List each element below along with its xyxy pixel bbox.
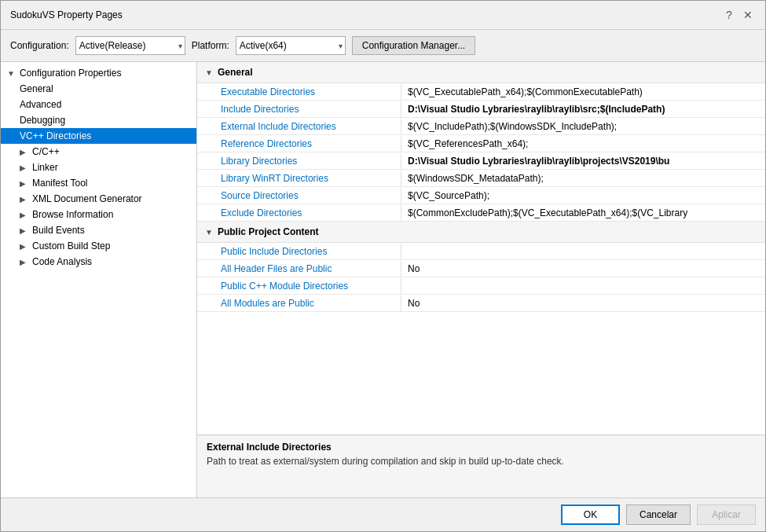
- config-manager-button[interactable]: Configuration Manager...: [352, 36, 475, 55]
- prop-value: No: [401, 261, 765, 277]
- section-general-header[interactable]: ▼ General: [197, 62, 765, 83]
- sidebar-item-label: General: [20, 83, 53, 94]
- info-text: Path to treat as external/system during …: [207, 456, 756, 467]
- prop-source-dirs[interactable]: Source Directories $(VC_SourcePath);: [197, 187, 765, 204]
- info-title: External Include Directories: [207, 442, 756, 453]
- prop-name: Include Directories: [197, 101, 401, 117]
- sidebar-item-build-events[interactable]: ▶ Build Events: [1, 222, 196, 238]
- prop-name: Public C++ Module Directories: [197, 278, 401, 294]
- prop-public-cxx-module-dirs[interactable]: Public C++ Module Directories: [197, 277, 765, 295]
- section-public-title: Public Project Content: [218, 226, 319, 237]
- expand-icon: ▶: [20, 179, 29, 188]
- sidebar-item-vcpp-dirs[interactable]: VC++ Directories: [1, 128, 196, 144]
- sidebar-item-advanced[interactable]: Advanced: [1, 97, 196, 112]
- sidebar-item-label: Debugging: [20, 115, 65, 126]
- section-toggle-icon: ▼: [205, 228, 213, 237]
- prop-name: Reference Directories: [197, 136, 401, 152]
- prop-name: Public Include Directories: [197, 244, 401, 259]
- property-pages-dialog: SudokuVS Property Pages ? ✕ Configuratio…: [0, 0, 766, 532]
- expand-icon: ▶: [20, 148, 29, 156]
- prop-value: $(VC_IncludePath);$(WindowsSDK_IncludePa…: [401, 119, 765, 134]
- sidebar-item-general[interactable]: General: [1, 81, 196, 97]
- prop-name: Library Directories: [197, 153, 401, 169]
- section-public-header[interactable]: ▼ Public Project Content: [197, 222, 765, 243]
- prop-name: Executable Directories: [197, 84, 401, 100]
- main-content: ▼ Configuration Properties General Advan…: [1, 61, 765, 497]
- sidebar-item-label: Code Analysis: [32, 256, 92, 267]
- sidebar-item-xml-doc[interactable]: ▶ XML Document Generator: [1, 191, 196, 207]
- prop-value: D:\Visual Studio Lybraries\raylib\raylib…: [401, 101, 765, 117]
- expand-icon: ▼: [7, 69, 16, 78]
- close-button[interactable]: ✕: [740, 7, 756, 23]
- sidebar-item-label: VC++ Directories: [20, 130, 91, 141]
- prop-name: Library WinRT Directories: [197, 171, 401, 186]
- prop-lib-winrt-dirs[interactable]: Library WinRT Directories $(WindowsSDK_M…: [197, 170, 765, 187]
- prop-value: [401, 249, 765, 254]
- sidebar-item-label: Custom Build Step: [32, 240, 110, 251]
- sidebar: ▼ Configuration Properties General Advan…: [1, 62, 197, 497]
- platform-dropdown[interactable]: Active(x64): [236, 36, 346, 55]
- prop-value: No: [401, 295, 765, 311]
- button-row: OK Cancelar Aplicar: [1, 497, 765, 531]
- right-panel: ▼ General Executable Directories $(VC_Ex…: [197, 62, 765, 497]
- expand-icon: ▶: [20, 211, 29, 219]
- prop-value: $(WindowsSDK_MetadataPath);: [401, 171, 765, 186]
- prop-lib-dirs[interactable]: Library Directories D:\Visual Studio Lyb…: [197, 152, 765, 170]
- sidebar-item-custom-build[interactable]: ▶ Custom Build Step: [1, 238, 196, 254]
- title-bar: SudokuVS Property Pages ? ✕: [1, 1, 765, 30]
- prop-ext-include-dirs[interactable]: External Include Directories $(VC_Includ…: [197, 118, 765, 135]
- sidebar-item-linker[interactable]: ▶ Linker: [1, 160, 196, 175]
- cancel-button[interactable]: Cancelar: [626, 504, 691, 525]
- sidebar-item-label: Advanced: [20, 99, 61, 110]
- title-controls: ? ✕: [721, 7, 756, 23]
- prop-exclude-dirs[interactable]: Exclude Directories $(CommonExcludePath)…: [197, 204, 765, 222]
- dialog-title: SudokuVS Property Pages: [10, 9, 123, 20]
- prop-name: Source Directories: [197, 188, 401, 204]
- sidebar-item-label: Browse Information: [32, 209, 113, 220]
- props-area: ▼ General Executable Directories $(VC_Ex…: [197, 62, 765, 435]
- prop-name: All Modules are Public: [197, 295, 401, 311]
- prop-name: All Header Files are Public: [197, 261, 401, 277]
- prop-name: External Include Directories: [197, 119, 401, 134]
- expand-icon: ▶: [20, 163, 29, 172]
- prop-public-include-dirs[interactable]: Public Include Directories: [197, 243, 765, 260]
- sidebar-item-code-analysis[interactable]: ▶ Code Analysis: [1, 254, 196, 270]
- prop-value: $(VC_SourcePath);: [401, 188, 765, 204]
- expand-icon: ▶: [20, 195, 29, 204]
- help-button[interactable]: ?: [721, 7, 737, 23]
- info-panel: External Include Directories Path to tre…: [197, 435, 765, 497]
- sidebar-item-label: Linker: [32, 162, 58, 173]
- prop-include-dirs[interactable]: Include Directories D:\Visual Studio Lyb…: [197, 101, 765, 118]
- prop-value: $(CommonExcludePath);$(VC_ExecutablePath…: [401, 205, 765, 221]
- expand-icon: ▶: [20, 258, 29, 266]
- prop-value: [401, 284, 765, 288]
- sidebar-item-label: XML Document Generator: [32, 193, 142, 204]
- sidebar-item-manifest-tool[interactable]: ▶ Manifest Tool: [1, 175, 196, 191]
- toolbar-row: Configuration: Active(Release) Platform:…: [1, 30, 765, 61]
- expand-icon: ▶: [20, 226, 29, 235]
- prop-name: Exclude Directories: [197, 205, 401, 221]
- sidebar-item-label: Manifest Tool: [32, 178, 87, 189]
- expand-icon: ▶: [20, 242, 29, 251]
- section-toggle-icon: ▼: [205, 68, 213, 77]
- prop-all-headers-public[interactable]: All Header Files are Public No: [197, 260, 765, 277]
- prop-value: D:\Visual Studio Lybraries\raylib\raylib…: [401, 153, 765, 169]
- config-dropdown-wrapper: Active(Release): [75, 36, 185, 55]
- apply-button[interactable]: Aplicar: [697, 504, 756, 525]
- config-dropdown[interactable]: Active(Release): [75, 36, 185, 55]
- prop-ref-dirs[interactable]: Reference Directories $(VC_ReferencesPat…: [197, 135, 765, 152]
- sidebar-item-label: Configuration Properties: [20, 68, 121, 79]
- sidebar-item-debugging[interactable]: Debugging: [1, 112, 196, 128]
- config-label: Configuration:: [10, 40, 69, 51]
- prop-value: $(VC_ReferencesPath_x64);: [401, 136, 765, 152]
- ok-button[interactable]: OK: [561, 504, 620, 525]
- platform-label: Platform:: [192, 40, 229, 51]
- prop-executable-dirs[interactable]: Executable Directories $(VC_ExecutablePa…: [197, 83, 765, 101]
- sidebar-item-label: Build Events: [32, 225, 85, 236]
- sidebar-item-ccpp[interactable]: ▶ C/C++: [1, 144, 196, 160]
- prop-all-modules-public[interactable]: All Modules are Public No: [197, 295, 765, 312]
- sidebar-item-config-props[interactable]: ▼ Configuration Properties: [1, 65, 196, 81]
- section-general-title: General: [218, 67, 253, 78]
- platform-dropdown-wrapper: Active(x64): [236, 36, 346, 55]
- sidebar-item-browse-info[interactable]: ▶ Browse Information: [1, 207, 196, 222]
